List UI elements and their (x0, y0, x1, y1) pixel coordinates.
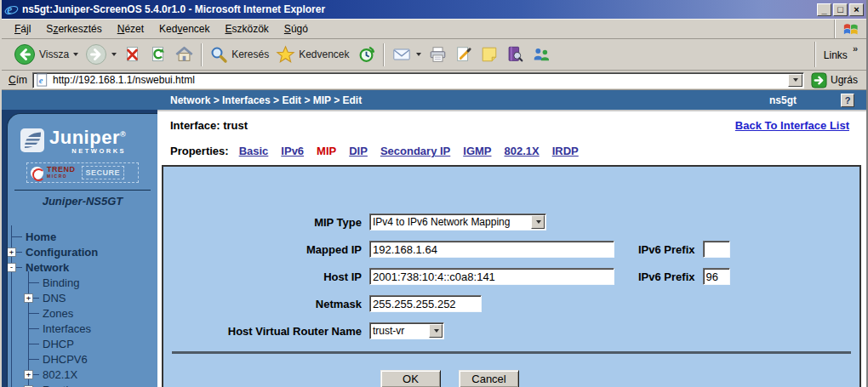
sidebar-item-network[interactable]: -Network (8, 259, 157, 275)
mip-type-label: MIP Type (163, 216, 369, 229)
messenger-icon (531, 45, 551, 64)
chevron-right-icon[interactable]: » (853, 43, 858, 54)
print-button[interactable] (425, 43, 451, 65)
edit-button[interactable] (451, 43, 477, 65)
notes-button[interactable] (477, 43, 502, 65)
ok-button[interactable]: OK (380, 370, 441, 387)
breadcrumb: Network > Interfaces > Edit > MIP > Edit (2, 94, 362, 106)
maximize-button[interactable]: □ (833, 3, 848, 16)
search-button[interactable]: Keresés (206, 43, 272, 65)
sidebar-item-label[interactable]: Home (8, 230, 56, 243)
sidebar-item-dhcpv6[interactable]: DHCPV6 (8, 351, 157, 367)
expand-icon[interactable]: + (24, 293, 33, 303)
go-button[interactable]: Ugrás (809, 71, 863, 89)
favorites-button[interactable]: Kedvencek (272, 43, 352, 65)
sidebar-item-dns[interactable]: +DNS (8, 290, 157, 305)
cancel-button[interactable]: Cancel (459, 370, 519, 387)
close-button[interactable]: × (849, 3, 864, 16)
tab-dip[interactable]: DIP (349, 145, 368, 157)
refresh-button[interactable] (146, 43, 171, 65)
back-button[interactable]: Vissza (10, 42, 82, 67)
expand-icon[interactable]: + (24, 370, 33, 379)
ipv6-prefix-mapped-label: IPv6 Prefix (638, 243, 695, 256)
minimize-button[interactable]: _ (817, 3, 831, 16)
sidebar-item-802-1x[interactable]: +802.1X (8, 367, 157, 382)
ipv6-prefix-host-input[interactable] (703, 268, 730, 285)
mapped-ip-input[interactable] (369, 241, 614, 258)
sidebar-item-label[interactable]: Configuration (8, 246, 98, 259)
sidebar-item-label[interactable]: DNS (8, 292, 66, 304)
help-button[interactable]: ? (841, 94, 854, 107)
netmask-input[interactable] (369, 295, 482, 312)
stop-button[interactable] (120, 43, 146, 65)
messenger-button[interactable] (528, 43, 555, 65)
home-icon (174, 45, 194, 64)
sidebar-item-label[interactable]: Zones (8, 307, 73, 320)
menu-item-szerkesztés[interactable]: Szerkesztés (38, 20, 109, 37)
form-panel: MIP TypeIPv4 to IPv6 Network MappingMapp… (162, 165, 861, 387)
interface-title: Interface: trust (170, 119, 248, 132)
windows-logo-icon (834, 20, 866, 38)
form-row-host-ip: Host IPIPv6 Prefix (163, 267, 859, 286)
sidebar-item-label[interactable]: DHCPV6 (8, 353, 88, 366)
note-icon (480, 45, 499, 64)
tab-802-1x[interactable]: 802.1X (505, 145, 540, 157)
mail-button[interactable] (388, 43, 425, 65)
research-button[interactable] (502, 43, 528, 65)
home-button[interactable] (171, 43, 197, 65)
links-label: Links (824, 43, 848, 61)
breadcrumb-band: Network > Interfaces > Edit > MIP > Edit… (2, 90, 866, 110)
links-bar[interactable]: Links» (814, 42, 861, 67)
nav-tree: Home+Configuration-NetworkBinding+DNSZon… (8, 229, 157, 387)
properties-tabs: Properties:BasicIPv6MIPDIPSecondary IPIG… (162, 132, 861, 165)
form-row-netmask: Netmask (163, 294, 859, 313)
window-titlebar: e ns5gt:Juniper-ScreenOS 5.4.0r1.0 - Mic… (2, 0, 866, 19)
chevron-down-icon[interactable] (73, 53, 78, 56)
tab-igmp[interactable]: IGMP (463, 145, 491, 157)
history-button[interactable] (353, 43, 380, 65)
tab-mip: MIP (317, 145, 336, 157)
sidebar-item-routing[interactable]: +Routing (8, 382, 157, 387)
sidebar-item-label[interactable]: Interfaces (8, 322, 91, 335)
mip-type-select[interactable]: IPv4 to IPv6 Network Mapping (369, 213, 546, 230)
form-row-host-virtual-router-name: Host Virtual Router Nametrust-vr (163, 322, 859, 340)
tab-ipv6[interactable]: IPv6 (281, 145, 304, 157)
address-input[interactable]: e http://192.168.1.1/nswebui.html (32, 72, 804, 88)
menu-item-fájl[interactable]: Fájl (7, 20, 38, 37)
sidebar-item-configuration[interactable]: +Configuration (8, 244, 157, 259)
menu-item-kedvencek[interactable]: Kedvencek (151, 20, 217, 37)
ie-logo-icon: e (4, 3, 19, 17)
menu-item-nézet[interactable]: Nézet (110, 20, 151, 37)
sidebar-item-label[interactable]: 802.1X (8, 368, 77, 381)
back-to-interface-list-link[interactable]: Back To Interface List (735, 119, 849, 132)
favorites-icon (276, 45, 295, 64)
mapped-ip-label: Mapped IP (163, 243, 369, 256)
forward-button[interactable] (82, 42, 120, 67)
expand-icon[interactable]: + (7, 248, 16, 257)
tab-secondary-ip[interactable]: Secondary IP (380, 145, 450, 157)
sidebar-item-label[interactable]: DHCP (8, 338, 74, 350)
host-ip-input[interactable] (369, 268, 614, 285)
collapse-icon[interactable]: - (7, 263, 16, 272)
chevron-down-icon[interactable] (531, 215, 545, 229)
sidebar-item-label[interactable]: Routing (8, 384, 81, 387)
sidebar-item-binding[interactable]: Binding (8, 275, 157, 290)
sidebar-item-interfaces[interactable]: Interfaces (8, 321, 157, 336)
host-virtual-router-name-label: Host Virtual Router Name (163, 325, 369, 338)
tab-basic[interactable]: Basic (239, 145, 269, 157)
mail-icon (391, 45, 412, 64)
sidebar-item-home[interactable]: Home (8, 229, 157, 244)
tab-irdp[interactable]: IRDP (552, 145, 579, 157)
chevron-down-icon[interactable] (429, 324, 443, 338)
sidebar-item-label[interactable]: Binding (8, 276, 79, 289)
address-dropdown-button[interactable] (788, 74, 802, 87)
chevron-down-icon[interactable] (111, 53, 117, 56)
host-virtual-router-name-select[interactable]: trust-vr (369, 322, 444, 339)
menu-item-súgó[interactable]: Súgó (277, 20, 316, 37)
sidebar-item-label[interactable]: Network (8, 261, 69, 274)
sidebar-item-zones[interactable]: Zones (8, 305, 157, 321)
ipv6-prefix-mapped-input[interactable] (703, 241, 730, 258)
sidebar-item-dhcp[interactable]: DHCP (8, 336, 157, 351)
menu-item-eszközök[interactable]: Eszközök (217, 20, 276, 37)
chevron-down-icon[interactable] (416, 53, 421, 56)
